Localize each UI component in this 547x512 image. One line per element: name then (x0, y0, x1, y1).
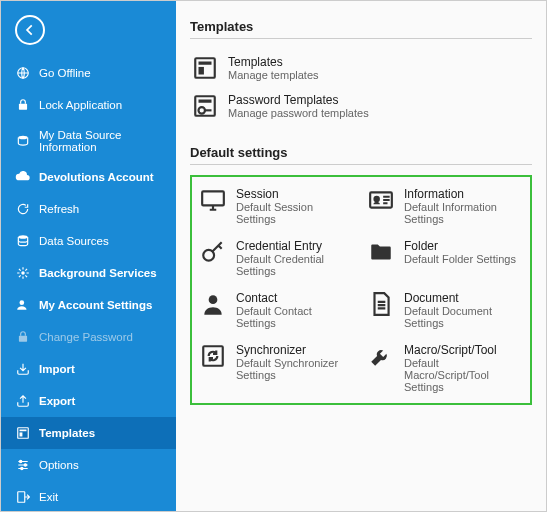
tile-title: Password Templates (228, 93, 369, 107)
tile-title: Information (404, 187, 522, 201)
globe-icon (15, 65, 31, 81)
svg-rect-13 (18, 492, 25, 503)
tile-document[interactable]: Document Default Document Settings (366, 287, 524, 333)
sidebar-item-go-offline[interactable]: Go Offline (1, 57, 176, 89)
svg-rect-20 (202, 191, 224, 205)
svg-rect-16 (199, 67, 204, 75)
tile-password-templates[interactable]: Password Templates Manage password templ… (190, 87, 532, 125)
sidebar-item-data-source-info[interactable]: My Data Source Information (1, 121, 176, 161)
sidebar-item-label: Change Password (39, 331, 133, 343)
sidebar-item-exit[interactable]: Exit (1, 481, 176, 512)
sidebar-item-label: Import (39, 363, 75, 375)
templates-icon (192, 55, 218, 81)
tile-templates[interactable]: Templates Manage templates (190, 49, 532, 87)
tile-subtitle: Default Session Settings (236, 201, 354, 225)
svg-rect-15 (199, 62, 212, 65)
svg-rect-8 (20, 430, 27, 432)
sidebar-item-refresh[interactable]: Refresh (1, 193, 176, 225)
main-panel: Templates Templates Manage templates Pas… (176, 1, 546, 511)
tile-text: Credential Entry Default Credential Sett… (236, 239, 354, 277)
sidebar-item-label: My Account Settings (39, 299, 152, 311)
tile-folder[interactable]: Folder Default Folder Settings (366, 235, 524, 281)
tile-macro-script-tool[interactable]: Macro/Script/Tool Default Macro/Script/T… (366, 339, 524, 397)
tile-information[interactable]: Information Default Information Settings (366, 183, 524, 229)
tile-subtitle: Manage templates (228, 69, 319, 81)
tile-text: Password Templates Manage password templ… (228, 93, 369, 119)
svg-rect-1 (19, 104, 27, 110)
database-icon (15, 233, 31, 249)
tile-text: Synchronizer Default Synchronizer Settin… (236, 343, 354, 381)
sidebar-item-export[interactable]: Export (1, 385, 176, 417)
svg-point-10 (20, 460, 22, 462)
cloud-icon (15, 169, 31, 185)
tile-text: Macro/Script/Tool Default Macro/Script/T… (404, 343, 522, 393)
lock-icon (15, 97, 31, 113)
tile-title: Credential Entry (236, 239, 354, 253)
tile-credential-entry[interactable]: Credential Entry Default Credential Sett… (198, 235, 356, 281)
sidebar-item-label: Data Sources (39, 235, 109, 247)
contact-icon (200, 291, 226, 317)
tile-contact[interactable]: Contact Default Contact Settings (198, 287, 356, 333)
svg-point-4 (21, 271, 25, 275)
sidebar: Go Offline Lock Application My Data Sour… (1, 1, 176, 511)
sidebar-item-devolutions-account[interactable]: Devolutions Account (1, 161, 176, 193)
tile-text: Contact Default Contact Settings (236, 291, 354, 329)
database-info-icon (15, 133, 31, 149)
svg-point-5 (20, 300, 25, 305)
sidebar-item-label: Devolutions Account (39, 171, 154, 183)
svg-point-24 (209, 295, 218, 304)
tools-icon (368, 343, 394, 369)
user-gear-icon (15, 297, 31, 313)
svg-point-2 (18, 136, 27, 140)
templates-heading: Templates (190, 19, 532, 34)
svg-rect-7 (18, 428, 29, 439)
tile-subtitle: Default Contact Settings (236, 305, 354, 329)
tile-synchronizer[interactable]: Synchronizer Default Synchronizer Settin… (198, 339, 356, 397)
tile-text: Document Default Document Settings (404, 291, 522, 329)
tile-title: Macro/Script/Tool (404, 343, 522, 357)
default-settings-grid: Session Default Session Settings Informa… (190, 175, 532, 405)
import-icon (15, 361, 31, 377)
tile-subtitle: Manage password templates (228, 107, 369, 119)
id-card-icon (368, 187, 394, 213)
sidebar-item-lock-application[interactable]: Lock Application (1, 89, 176, 121)
svg-point-3 (18, 235, 27, 239)
tile-session[interactable]: Session Default Session Settings (198, 183, 356, 229)
tile-title: Session (236, 187, 354, 201)
sidebar-item-label: My Data Source Information (39, 129, 162, 153)
sidebar-item-data-sources[interactable]: Data Sources (1, 225, 176, 257)
tile-title: Document (404, 291, 522, 305)
svg-point-11 (24, 464, 26, 466)
svg-rect-14 (195, 58, 215, 78)
export-icon (15, 393, 31, 409)
sidebar-item-change-password: Change Password (1, 321, 176, 353)
tile-subtitle: Default Information Settings (404, 201, 522, 225)
sidebar-item-label: Exit (39, 491, 58, 503)
tile-title: Templates (228, 55, 319, 69)
tile-text: Templates Manage templates (228, 55, 319, 81)
app-root: Go Offline Lock Application My Data Sour… (1, 1, 546, 511)
sidebar-item-my-account-settings[interactable]: My Account Settings (1, 289, 176, 321)
sync-icon (200, 343, 226, 369)
tile-subtitle: Default Macro/Script/Tool Settings (404, 357, 522, 393)
sidebar-item-background-services[interactable]: Background Services (1, 257, 176, 289)
tile-subtitle: Default Document Settings (404, 305, 522, 329)
services-icon (15, 265, 31, 281)
back-button-wrap (1, 11, 176, 57)
arrow-left-icon (23, 23, 37, 37)
password-templates-icon (192, 93, 218, 119)
tile-text: Information Default Information Settings (404, 187, 522, 225)
sidebar-item-label: Refresh (39, 203, 79, 215)
default-settings-heading: Default settings (190, 145, 532, 160)
tile-title: Folder (404, 239, 516, 253)
svg-rect-9 (20, 432, 23, 436)
key-icon (200, 239, 226, 265)
sidebar-item-options[interactable]: Options (1, 449, 176, 481)
sidebar-item-label: Lock Application (39, 99, 122, 111)
template-icon (15, 425, 31, 441)
sidebar-item-import[interactable]: Import (1, 353, 176, 385)
tile-title: Contact (236, 291, 354, 305)
sidebar-item-templates[interactable]: Templates (1, 417, 176, 449)
back-button[interactable] (15, 15, 45, 45)
sidebar-item-label: Go Offline (39, 67, 91, 79)
